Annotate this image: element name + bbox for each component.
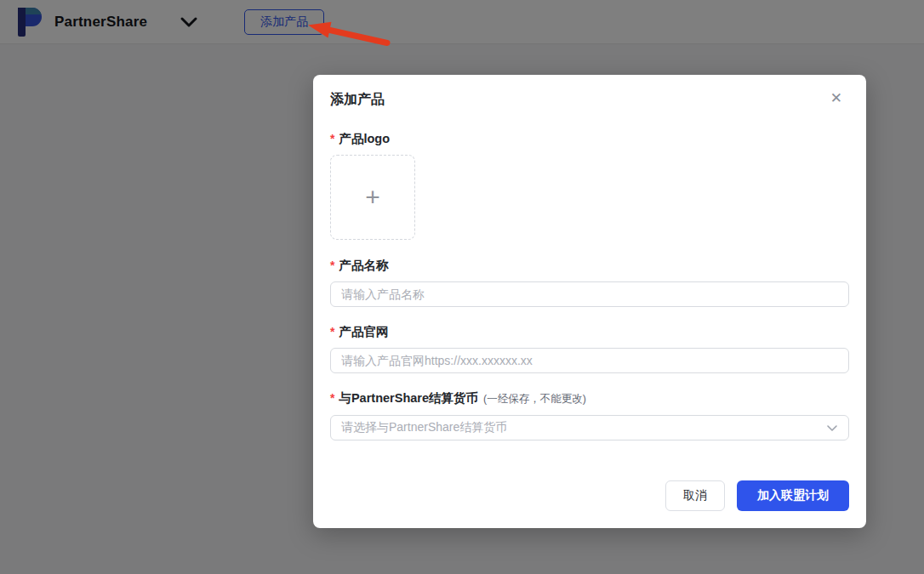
add-product-modal: 添加产品 ✕ * 产品logo + * 产品名称 * 产品官网 * 与Partn…: [313, 75, 866, 528]
chevron-down-icon: [826, 424, 838, 432]
product-name-input[interactable]: [330, 281, 849, 307]
modal-title: 添加产品: [330, 91, 385, 108]
join-alliance-plan-button[interactable]: 加入联盟计划: [737, 480, 849, 511]
close-icon[interactable]: ✕: [829, 91, 844, 105]
plus-icon: +: [365, 185, 380, 210]
select-placeholder: 请选择与PartnerShare结算货币: [341, 420, 507, 435]
required-asterisk: *: [330, 325, 334, 339]
modal-footer: 取消 加入联盟计划: [330, 480, 849, 511]
logo-upload-dropzone[interactable]: +: [330, 155, 415, 240]
product-website-label: * 产品官网: [330, 325, 849, 339]
app-window: PartnerShare 添加产品 添加产品 ✕ * 产品logo + * 产品…: [0, 0, 924, 574]
currency-note: (一经保存，不能更改): [483, 392, 586, 406]
cancel-button[interactable]: 取消: [665, 480, 725, 511]
product-website-input[interactable]: [330, 348, 849, 373]
product-logo-label: * 产品logo: [330, 132, 849, 146]
required-asterisk: *: [330, 132, 334, 146]
required-asterisk: *: [330, 259, 334, 273]
required-asterisk: *: [330, 391, 334, 406]
product-name-label: * 产品名称: [330, 259, 849, 273]
modal-header: 添加产品 ✕: [330, 91, 849, 108]
settlement-currency-label: * 与PartnerShare结算货币 (一经保存，不能更改): [330, 391, 849, 406]
settlement-currency-select[interactable]: 请选择与PartnerShare结算货币: [330, 415, 849, 440]
